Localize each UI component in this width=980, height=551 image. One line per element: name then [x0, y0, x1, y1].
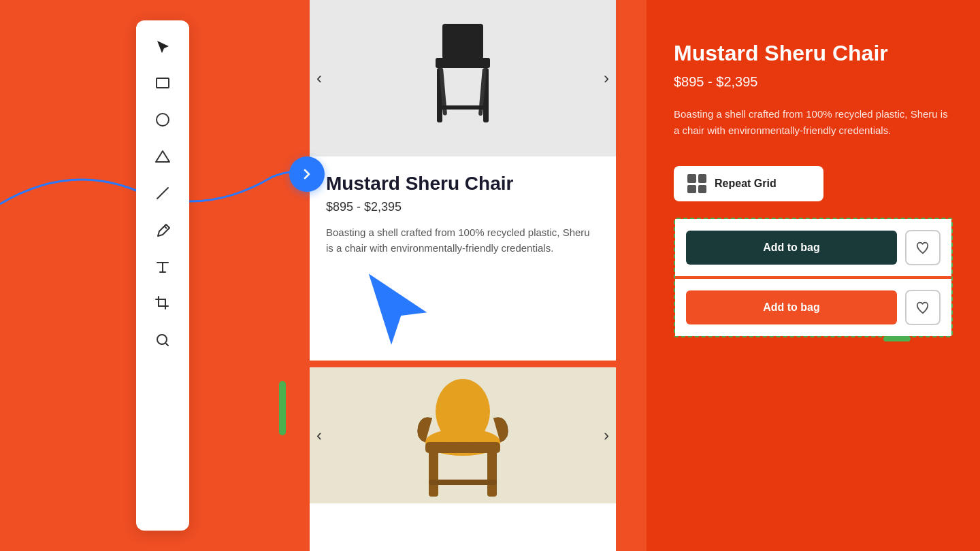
svg-rect-10 [437, 105, 489, 110]
card-image-1: ‹ › [310, 0, 616, 156]
product-card-1: ‹ › Mustard Sheru Chair $895 - $2,395 [310, 0, 616, 361]
svg-rect-5 [442, 24, 483, 59]
chair-image-black [422, 17, 504, 139]
card-prev-arrow-1[interactable]: ‹ [316, 69, 322, 88]
rectangle-tool[interactable] [150, 71, 175, 95]
repeat-grid-button[interactable]: Repeat Grid [674, 166, 823, 201]
green-vertical-bar [279, 381, 286, 435]
svg-rect-16 [425, 442, 500, 453]
canvas-area: ‹ › Mustard Sheru Chair $895 - $2,395 [310, 0, 630, 551]
card-next-arrow-2[interactable]: › [604, 426, 609, 445]
card-next-arrow-1[interactable]: › [604, 69, 609, 88]
toolbar [136, 20, 189, 531]
repeat-grid-icon [687, 174, 706, 193]
heart-icon-1 [915, 240, 930, 255]
right-description: Boasting a shell crafted from 100% recyc… [674, 106, 953, 139]
svg-point-1 [157, 114, 169, 126]
triangle-tool[interactable] [150, 144, 175, 169]
heart-icon-2 [915, 300, 930, 315]
chair-image-yellow [408, 374, 517, 503]
card-content-1: Mustard Sheru Chair $895 - $2,395 Boasti… [310, 156, 616, 272]
svg-rect-14 [487, 449, 497, 497]
svg-rect-4 [436, 58, 490, 68]
right-title: Mustard Sheru Chair [674, 41, 953, 66]
card-description-1: Boasting a shell crafted from 100% recyc… [326, 225, 600, 256]
svg-rect-0 [157, 78, 169, 88]
wishlist-button-2[interactable] [905, 290, 941, 325]
add-to-bag-button-1[interactable]: Add to bag [686, 231, 897, 265]
zoom-tool[interactable] [150, 328, 175, 352]
wishlist-button-1[interactable] [905, 230, 941, 265]
right-price: $895 - $2,395 [674, 74, 953, 90]
svg-line-2 [157, 188, 168, 199]
svg-point-12 [436, 379, 490, 444]
repeat-grid-handle[interactable] [883, 336, 911, 341]
repeat-grid-label: Repeat Grid [715, 178, 777, 190]
ellipse-tool[interactable] [150, 107, 175, 132]
right-panel: Mustard Sheru Chair $895 - $2,395 Boasti… [647, 0, 980, 551]
product-card-2: ‹ › [310, 367, 616, 551]
repeat-grid-container: Add to bag Add to bag [674, 218, 953, 337]
add-row-2: Add to bag [675, 276, 951, 336]
select-tool[interactable] [150, 34, 175, 59]
add-to-bag-button-2[interactable]: Add to bag [686, 290, 897, 324]
add-row-1: Add to bag [675, 219, 951, 276]
card-prev-arrow-2[interactable]: ‹ [316, 426, 322, 445]
svg-rect-13 [429, 449, 438, 497]
pen-tool[interactable] [150, 218, 175, 242]
canvas-nav-button[interactable] [289, 156, 325, 192]
card-title-1: Mustard Sheru Chair [326, 173, 600, 195]
line-tool[interactable] [150, 181, 175, 205]
card-price-1: $895 - $2,395 [326, 200, 600, 214]
crop-tool[interactable] [150, 291, 175, 316]
card-image-2: ‹ › [310, 367, 616, 503]
svg-rect-15 [429, 480, 497, 485]
text-tool[interactable] [150, 254, 175, 279]
svg-point-3 [157, 335, 167, 344]
